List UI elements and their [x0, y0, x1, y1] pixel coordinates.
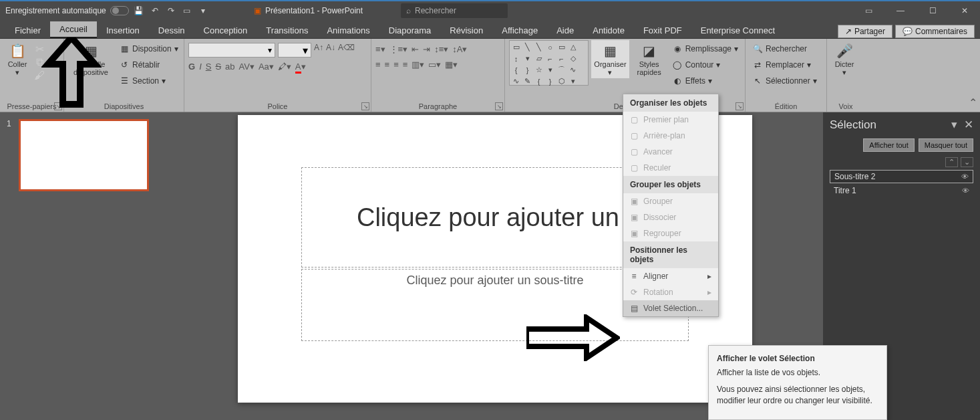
close-icon[interactable]: ✕ — [949, 1, 980, 21]
collapse-ribbon-icon[interactable]: ⌃ — [969, 96, 977, 109]
autosave-toggle[interactable] — [110, 6, 129, 15]
dd-ungroup[interactable]: ▣Dissocier — [623, 209, 718, 225]
comments-button[interactable]: 💬 Commentaires — [895, 25, 975, 38]
underline-button[interactable]: S — [206, 62, 212, 72]
dd-selection-pane[interactable]: ▤Volet Sélection... — [623, 300, 718, 316]
indent-decrease-button[interactable]: ⇤ — [412, 44, 419, 54]
dd-send-back[interactable]: ▢Arrière-plan — [623, 128, 718, 144]
hide-all-button[interactable]: Masquer tout — [919, 138, 973, 152]
tab-fichier[interactable]: Fichier — [5, 23, 50, 38]
shadow-button[interactable]: ab — [225, 62, 234, 72]
font-launcher[interactable]: ↘ — [361, 102, 369, 110]
annotation-arrow-up — [41, 37, 102, 111]
strike-button[interactable]: S — [215, 62, 221, 72]
tab-foxit[interactable]: Foxit PDF — [634, 23, 691, 38]
dd-regroup[interactable]: ▣Regrouper — [623, 225, 718, 241]
drawing-launcher[interactable]: ↘ — [736, 102, 744, 110]
dd-bring-front[interactable]: ▢Premier plan — [623, 112, 718, 128]
tab-dessin[interactable]: Dessin — [149, 23, 194, 38]
dictate-button[interactable]: 🎤 Dicter ▾ — [831, 40, 858, 78]
tab-transitions[interactable]: Transitions — [257, 23, 317, 38]
shapes-gallery[interactable]: ▭╲╲○▭△↕▾ ▱⌐⌐◇{}☆▾ ⌒∿∿✎{}⬡▾ — [509, 40, 589, 86]
arrange-button[interactable]: ▦ Organiser ▾ — [591, 40, 629, 78]
slide-thumbnail-1[interactable] — [19, 119, 149, 191]
slideshow-icon[interactable]: ▭ — [181, 5, 193, 17]
tab-conception[interactable]: Conception — [194, 23, 257, 38]
line-spacing-button[interactable]: ↕≡▾ — [434, 44, 448, 54]
dd-rotation[interactable]: ⟳Rotation▸ — [623, 284, 718, 300]
autosave-label: Enregistrement automatique — [5, 6, 106, 15]
justify-button[interactable]: ≡ — [403, 60, 408, 70]
visibility-icon[interactable]: 👁 — [961, 173, 969, 181]
ribbon-display-icon[interactable]: ▭ — [853, 1, 884, 21]
indent-increase-button[interactable]: ⇥ — [423, 44, 430, 54]
visibility-icon[interactable]: 👁 — [962, 187, 969, 195]
paragraph-launcher[interactable]: ↘ — [495, 102, 503, 110]
font-color-button[interactable]: A▾ — [295, 62, 306, 72]
paste-button[interactable]: 📋 Coller ▾ — [4, 40, 31, 78]
maximize-icon[interactable]: ☐ — [917, 1, 948, 21]
dd-send-backward[interactable]: ▢Reculer — [623, 160, 718, 176]
dd-header-group: Grouper les objets — [623, 176, 718, 193]
align-center-button[interactable]: ≡ — [385, 60, 390, 70]
selection-item-title[interactable]: Titre 1 👁 — [830, 185, 973, 197]
clear-format-icon[interactable]: A⌫ — [338, 43, 355, 58]
columns-button[interactable]: ▥▾ — [412, 60, 424, 70]
pane-options-icon[interactable]: ▾ — [951, 118, 957, 132]
numbering-button[interactable]: ⋮≡▾ — [389, 44, 408, 54]
share-button[interactable]: ↗ Partager — [838, 25, 892, 38]
tab-enterprise[interactable]: Enterprise Connect — [691, 23, 784, 38]
selection-item-subtitle[interactable]: Sous-titre 2 👁 — [830, 170, 973, 183]
replace-button[interactable]: ⇄Remplacer ▾ — [750, 58, 820, 72]
decrease-font-icon[interactable]: A↓ — [326, 43, 335, 58]
tab-diaporama[interactable]: Diaporama — [379, 23, 441, 38]
arrange-icon: ▦ — [599, 41, 621, 60]
tab-aide[interactable]: Aide — [547, 23, 583, 38]
undo-icon[interactable]: ↶ — [149, 5, 161, 17]
minimize-icon[interactable]: — — [885, 1, 916, 21]
smartart-button[interactable]: ▦▾ — [445, 60, 458, 70]
tab-affichage[interactable]: Affichage — [492, 23, 547, 38]
bold-button[interactable]: G — [188, 62, 195, 72]
redo-icon[interactable]: ↷ — [165, 5, 177, 17]
search-box[interactable]: ⌕ Rechercher — [401, 3, 508, 18]
text-direction-button[interactable]: ↕A▾ — [452, 44, 467, 54]
qat-more-icon[interactable]: ▾ — [197, 5, 209, 17]
tab-accueil[interactable]: Accueil — [50, 21, 97, 38]
increase-font-icon[interactable]: A↑ — [314, 43, 323, 58]
tab-insertion[interactable]: Insertion — [97, 23, 149, 38]
selection-pane-title: Sélection — [830, 118, 876, 132]
align-text-button[interactable]: ▭▾ — [428, 60, 441, 70]
font-size-combo[interactable]: ▾ — [278, 43, 311, 58]
dd-header-position: Positionner les objets — [623, 241, 718, 268]
spacing-button[interactable]: AV▾ — [239, 62, 255, 72]
pane-close-icon[interactable]: ✕ — [964, 118, 973, 132]
select-button[interactable]: ↖Sélectionner ▾ — [750, 74, 820, 88]
reset-button[interactable]: ↺Rétablir — [116, 58, 181, 72]
move-down-icon[interactable]: ⌄ — [961, 157, 973, 167]
highlight-button[interactable]: 🖍▾ — [278, 62, 291, 72]
show-all-button[interactable]: Afficher tout — [863, 138, 915, 152]
ribbon: 📋 Coller ▾ ✂ ⧉ 🖌 Presse-papiers ↘ ▦ Nouv… — [0, 39, 980, 112]
find-button[interactable]: 🔍Rechercher — [750, 41, 820, 56]
shape-outline-button[interactable]: ◯Contour ▾ — [669, 58, 741, 72]
bullets-button[interactable]: ≡▾ — [375, 44, 385, 54]
tab-revision[interactable]: Révision — [440, 23, 492, 38]
tab-animations[interactable]: Animations — [317, 23, 379, 38]
dd-group[interactable]: ▣Grouper — [623, 193, 718, 209]
quick-styles-button[interactable]: ◪ Styles rapides — [632, 40, 667, 78]
dd-bring-forward[interactable]: ▢Avancer — [623, 144, 718, 160]
save-icon[interactable]: 💾 — [133, 5, 145, 17]
align-left-button[interactable]: ≡ — [375, 60, 381, 70]
font-family-combo[interactable]: ▾ — [188, 43, 275, 58]
tab-antidote[interactable]: Antidote — [583, 23, 634, 38]
section-button[interactable]: ☰Section ▾ — [116, 74, 181, 88]
case-button[interactable]: Aa▾ — [259, 62, 274, 72]
move-up-icon[interactable]: ⌃ — [945, 157, 958, 167]
align-right-button[interactable]: ≡ — [393, 60, 399, 70]
layout-button[interactable]: ▦Disposition ▾ — [116, 41, 181, 56]
dd-align[interactable]: ≡Aligner▸ — [623, 268, 718, 284]
italic-button[interactable]: I — [199, 62, 202, 72]
shape-fill-button[interactable]: ◉Remplissage ▾ — [669, 41, 741, 56]
shape-effects-button[interactable]: ◐Effets ▾ — [669, 74, 741, 88]
